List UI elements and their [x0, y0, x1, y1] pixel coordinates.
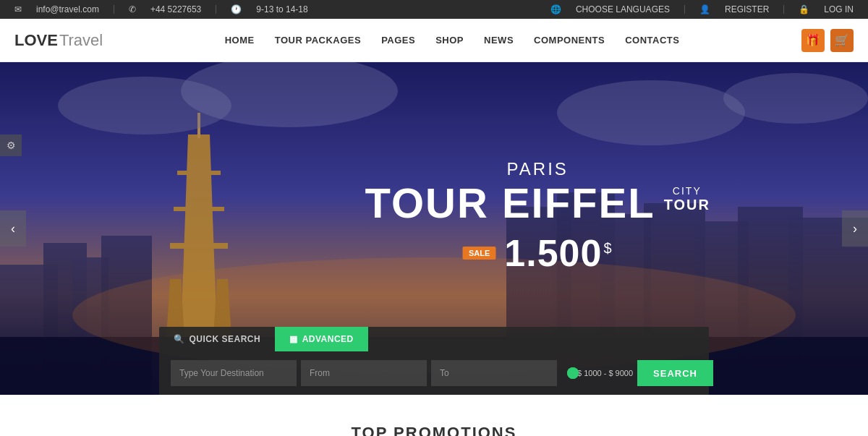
svg-point-24 — [723, 73, 868, 124]
main-nav: LOVE Travel HOME TOUR PACKAGES PAGES SHO… — [0, 19, 868, 62]
divider-1 — [114, 5, 114, 14]
nav-tour-packages[interactable]: TOUR PACKAGES — [275, 35, 361, 46]
top-bar: ✉ info@travel.com ✆ +44 5227653 🕐 9-13 t… — [0, 0, 868, 19]
person-icon: 👤 — [699, 4, 710, 14]
hero-content: PARIS TOUR EIFFEL CITY TOUR SALE 1.500$ — [365, 159, 710, 275]
hero-next-button[interactable]: › — [842, 210, 868, 247]
clock-icon: 🕐 — [231, 4, 242, 14]
hero-city-small: CITY — [664, 185, 710, 197]
svg-rect-15 — [177, 171, 221, 175]
range-thumb-right[interactable] — [567, 367, 579, 379]
hero-title-row: TOUR EIFFEL CITY TOUR — [365, 182, 710, 224]
settings-button[interactable]: ⚙ — [0, 134, 22, 156]
bottom-section: TOP PROMOTIONS BEST TRAVEL PACKAGES AVAI… — [0, 395, 868, 436]
cart-button[interactable]: 🛒 — [830, 29, 854, 52]
svg-rect-16 — [174, 207, 224, 211]
advanced-tab[interactable]: ▦ ADVANCED — [275, 327, 368, 351]
divider-4 — [783, 5, 784, 14]
logo-travel: Travel — [59, 31, 103, 50]
nav-home[interactable]: HOME — [225, 35, 255, 46]
quick-search-tab[interactable]: 🔍 QUICK SEARCH — [159, 327, 275, 351]
gift-button[interactable]: 🎁 — [801, 29, 825, 52]
from-input[interactable] — [301, 360, 427, 386]
advanced-label: ADVANCED — [302, 334, 354, 344]
search-button[interactable]: SEARCH — [637, 360, 713, 386]
phone-icon: ✆ — [129, 4, 136, 14]
email-icon: ✉ — [14, 4, 22, 14]
nav-news[interactable]: NEWS — [484, 35, 514, 46]
search-icon: 🔍 — [174, 334, 185, 344]
section-title: TOP PROMOTIONS — [14, 424, 854, 436]
price-range-label: $ 1000 - $ 9000 — [577, 369, 633, 377]
email-link[interactable]: info@travel.com — [36, 4, 99, 14]
grid-icon: ▦ — [289, 334, 298, 344]
top-bar-right: 🌐 CHOOSE LANGUAGES 👤 REGISTER 🔒 LOG IN — [550, 4, 854, 14]
divider-2 — [216, 5, 216, 14]
price-value: 1.500 — [504, 232, 602, 274]
hero-price: 1.500$ — [504, 231, 612, 275]
sale-badge: SALE — [463, 247, 495, 260]
lock-icon: 🔒 — [799, 4, 809, 14]
globe-icon: 🌐 — [550, 4, 561, 14]
price-currency: $ — [603, 240, 612, 256]
price-range-slider[interactable] — [561, 372, 573, 375]
nav-icons: 🎁 🛒 — [801, 29, 854, 52]
hours-text: 9-13 to 14-18 — [256, 4, 307, 14]
divider-3 — [684, 5, 685, 14]
hero-price-row: SALE 1.500$ — [365, 231, 710, 275]
hero-section: PARIS TOUR EIFFEL CITY TOUR SALE 1.500$ … — [0, 62, 868, 395]
top-bar-left: ✉ info@travel.com ✆ +44 5227653 🕐 9-13 t… — [14, 4, 308, 14]
hero-title: TOUR EIFFEL — [365, 182, 655, 224]
hero-tour-small: TOUR — [664, 197, 710, 213]
hero-city: PARIS — [365, 159, 710, 179]
nav-links: HOME TOUR PACKAGES PAGES SHOP NEWS COMPO… — [225, 35, 680, 46]
hero-subtitle-block: CITY TOUR — [664, 182, 710, 213]
logo-love: LOVE — [14, 31, 58, 50]
hero-prev-button[interactable]: ‹ — [0, 210, 26, 247]
search-fields: $ 1000 - $ 9000 SEARCH — [159, 351, 709, 395]
nav-shop[interactable]: SHOP — [435, 35, 464, 46]
nav-components[interactable]: COMPONENTS — [534, 35, 605, 46]
svg-rect-17 — [170, 243, 228, 249]
register-link[interactable]: REGISTER — [725, 4, 769, 14]
nav-contacts[interactable]: CONTACTS — [625, 35, 679, 46]
quick-search-label: QUICK SEARCH — [190, 334, 261, 344]
phone-link[interactable]: +44 5227653 — [150, 4, 201, 14]
login-link[interactable]: LOG IN — [824, 4, 854, 14]
search-bar: 🔍 QUICK SEARCH ▦ ADVANCED $ 1000 - $ 900… — [159, 327, 709, 395]
svg-point-23 — [557, 80, 745, 145]
search-tabs: 🔍 QUICK SEARCH ▦ ADVANCED — [159, 327, 709, 351]
logo: LOVE Travel — [14, 31, 103, 50]
to-input[interactable] — [431, 360, 557, 386]
language-link[interactable]: CHOOSE LANGUAGES — [576, 4, 670, 14]
destination-input[interactable] — [171, 360, 297, 386]
nav-pages[interactable]: PAGES — [381, 35, 415, 46]
